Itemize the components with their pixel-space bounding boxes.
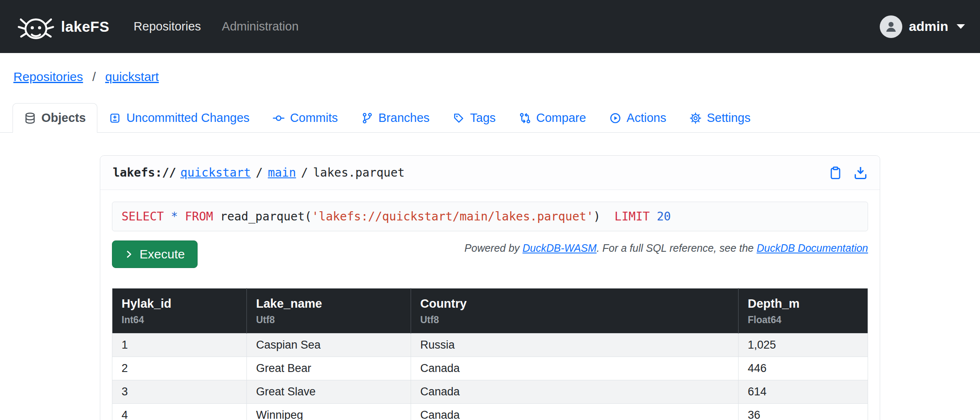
column-name: Depth_m	[748, 297, 858, 311]
path-scheme: lakefs://	[113, 166, 176, 180]
column-header: Hylak_id Int64	[112, 288, 247, 334]
tab-settings[interactable]: Settings	[678, 103, 762, 133]
tab-label: Compare	[536, 111, 586, 125]
avatar	[880, 15, 902, 38]
user-menu[interactable]: admin	[880, 15, 965, 38]
path-separator: /	[301, 166, 308, 180]
sql-token: 20	[657, 210, 671, 223]
axolotl-logo-icon	[15, 10, 57, 43]
sql-token: LIMIT	[614, 210, 650, 223]
download-button[interactable]	[854, 166, 867, 180]
column-type: Float64	[748, 314, 858, 326]
tab-commits[interactable]: Commits	[261, 103, 349, 133]
sql-token	[650, 210, 657, 223]
brand-name[interactable]: lakeFS	[61, 18, 109, 35]
breadcrumb-repositories-link[interactable]: Repositories	[13, 70, 83, 83]
table-cell: Canada	[411, 357, 739, 380]
column-header: Lake_name Utf8	[247, 288, 411, 334]
commit-icon	[273, 112, 284, 124]
sql-token: *	[171, 210, 178, 223]
tab-objects[interactable]: Objects	[13, 103, 97, 133]
table-cell: 2	[112, 357, 247, 380]
lakefs-logo[interactable]	[15, 10, 57, 43]
table-body: 1Caspian SeaRussia1,0252Great BearCanada…	[112, 334, 868, 420]
column-header: Country Utf8	[411, 288, 739, 334]
table-cell: 1	[112, 334, 247, 357]
tab-label: Settings	[707, 111, 751, 125]
tab-label: Commits	[290, 111, 338, 125]
top-navbar: lakeFS Repositories Administration admin	[0, 0, 980, 53]
duckdb-docs-link[interactable]: DuckDB Documentation	[757, 242, 868, 254]
tab-actions[interactable]: Actions	[598, 103, 678, 133]
table-cell: 36	[739, 404, 868, 420]
tab-label: Tags	[470, 111, 495, 125]
object-viewer-body: SELECT * FROM read_parquet('lakefs://qui…	[100, 190, 880, 420]
path-repo-link[interactable]: quickstart	[180, 166, 251, 180]
powered-by-note: Powered by DuckDB-WASM. For a full SQL r…	[465, 242, 868, 254]
clipboard-icon	[829, 166, 842, 180]
tab-label: Objects	[41, 111, 86, 125]
tab-branches[interactable]: Branches	[350, 103, 442, 133]
sql-token: SELECT	[122, 210, 164, 223]
execute-row: Execute Powered by DuckDB-WASM. For a fu…	[112, 240, 868, 268]
table-cell: Winnipeg	[247, 404, 411, 420]
nav-repositories[interactable]: Repositories	[134, 20, 201, 33]
object-viewer-card: lakefs://quickstart/main/lakes.parquet S…	[100, 155, 880, 420]
results-table: Hylak_id Int64 Lake_name Utf8 Country Ut…	[112, 288, 868, 420]
branch-icon	[361, 112, 373, 124]
sql-token: 'lakefs://quickstart/main/lakes.parquet'	[312, 210, 593, 223]
tab-label: Uncommitted Changes	[126, 111, 249, 125]
table-cell: 446	[739, 357, 868, 380]
sql-token	[178, 210, 185, 223]
table-row: 4WinnipegCanada36	[112, 404, 868, 420]
table-row: 1Caspian SeaRussia1,025	[112, 334, 868, 357]
tab-label: Actions	[627, 111, 666, 125]
chevron-down-icon	[957, 24, 965, 29]
copy-uri-button[interactable]	[829, 166, 842, 180]
table-cell: Canada	[411, 380, 739, 404]
execute-label: Execute	[140, 247, 185, 261]
database-icon	[24, 112, 36, 124]
table-header-row: Hylak_id Int64 Lake_name Utf8 Country Ut…	[112, 288, 868, 334]
column-type: Utf8	[420, 314, 729, 326]
column-header: Depth_m Float64	[739, 288, 868, 334]
sql-token	[164, 210, 171, 223]
powered-text: . For a full SQL reference, see the	[597, 242, 757, 254]
username: admin	[909, 19, 948, 34]
duckdb-wasm-link[interactable]: DuckDB-WASM	[523, 242, 597, 254]
object-path-header: lakefs://quickstart/main/lakes.parquet	[100, 156, 880, 190]
column-name: Hylak_id	[122, 297, 237, 311]
table-cell: 1,025	[739, 334, 868, 357]
table-cell: Canada	[411, 404, 739, 420]
column-type: Int64	[122, 314, 237, 326]
table-cell: 3	[112, 380, 247, 404]
chevron-right-icon	[125, 250, 133, 258]
table-cell: Caspian Sea	[247, 334, 411, 357]
table-cell: Great Slave	[247, 380, 411, 404]
tab-compare[interactable]: Compare	[508, 103, 598, 133]
execute-button[interactable]: Execute	[112, 240, 198, 268]
tab-tags[interactable]: Tags	[441, 103, 507, 133]
download-icon	[854, 166, 867, 180]
column-type: Utf8	[256, 314, 401, 326]
path-file: lakes.parquet	[313, 166, 404, 180]
tab-uncommitted-changes[interactable]: Uncommitted Changes	[97, 103, 261, 133]
table-cell: Great Bear	[247, 357, 411, 380]
header-actions	[829, 166, 867, 180]
sql-editor[interactable]: SELECT * FROM read_parquet('lakefs://qui…	[112, 202, 868, 231]
path-ref-link[interactable]: main	[268, 166, 296, 180]
play-circle-icon	[609, 112, 621, 124]
table-cell: 614	[739, 380, 868, 404]
table-row: 3Great SlaveCanada614	[112, 380, 868, 404]
table-row: 2Great BearCanada446	[112, 357, 868, 380]
file-diff-icon	[109, 112, 121, 124]
nav-administration[interactable]: Administration	[222, 20, 299, 33]
tag-icon	[453, 112, 465, 124]
column-name: Lake_name	[256, 297, 401, 311]
column-name: Country	[420, 297, 729, 311]
sql-token: )	[593, 210, 614, 223]
path-separator: /	[256, 166, 263, 180]
gear-icon	[690, 112, 701, 124]
breadcrumb-repo-link[interactable]: quickstart	[105, 70, 159, 83]
table-cell: Russia	[411, 334, 739, 357]
